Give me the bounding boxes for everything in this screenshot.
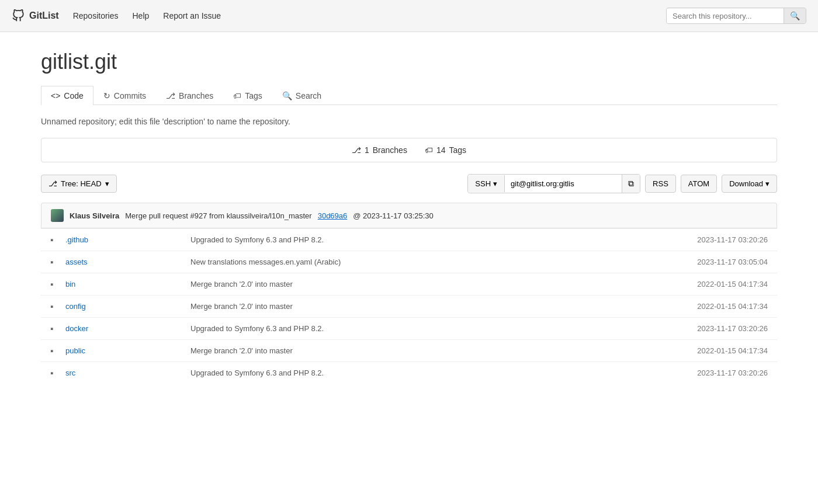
folder-icon: ▪: [50, 324, 62, 333]
file-commit-msg: Merge branch '2.0' into master: [179, 302, 668, 311]
ssh-protocol-button[interactable]: SSH ▾: [468, 175, 505, 192]
tab-branches[interactable]: ⎇ Branches: [156, 86, 223, 105]
branch-count: 1: [365, 145, 369, 155]
tab-commits[interactable]: ↻ Commits: [93, 86, 156, 105]
folder-icon: ▪: [50, 346, 62, 356]
repo-description: Unnamed repository; edit this file 'desc…: [41, 117, 777, 126]
tag-icon: 🏷: [425, 145, 433, 155]
brand-label: GitList: [29, 11, 59, 21]
nav-help[interactable]: Help: [133, 11, 150, 20]
table-row[interactable]: ▪ docker Upgraded to Symfony 6.3 and PHP…: [41, 317, 777, 339]
chevron-down-icon2: ▾: [493, 179, 497, 188]
file-commit-msg: New translations messages.en.yaml (Arabi…: [179, 258, 668, 266]
file-date: 2022-01-15 04:17:34: [668, 302, 768, 311]
repo-title: gitlist.git: [41, 50, 777, 74]
avatar: [51, 209, 64, 222]
commit-author: Klaus Silveira: [70, 211, 119, 220]
file-commit-msg: Upgraded to Symfony 6.3 and PHP 8.2.: [179, 235, 668, 244]
rss-button[interactable]: RSS: [645, 175, 676, 193]
tag-label: Tags: [449, 145, 466, 155]
file-commit-msg: Merge branch '2.0' into master: [179, 346, 668, 355]
file-commit-msg: Merge branch '2.0' into master: [179, 280, 668, 289]
tag-count: 14: [436, 145, 446, 155]
file-date: 2023-11-17 03:05:04: [668, 258, 768, 266]
search-tab-icon: 🔍: [282, 91, 292, 100]
file-date: 2023-11-17 03:20:26: [668, 324, 768, 333]
navbar: GitList Repositories Help Report an Issu…: [0, 0, 818, 32]
ssh-group: SSH ▾ ⧉: [467, 174, 640, 193]
file-name[interactable]: public: [62, 346, 179, 355]
tab-search[interactable]: 🔍 Search: [272, 86, 331, 105]
table-row[interactable]: ▪ assets New translations messages.en.ya…: [41, 251, 777, 273]
branch-tree-icon: ⎇: [48, 179, 57, 188]
nav-report-issue[interactable]: Report an Issue: [163, 11, 221, 20]
toolbar-right: SSH ▾ ⧉ RSS ATOM Download ▾: [467, 174, 777, 193]
copy-url-button[interactable]: ⧉: [622, 175, 640, 193]
file-date: 2022-01-15 04:17:34: [668, 346, 768, 355]
chevron-down-icon: ▾: [105, 179, 109, 188]
table-row[interactable]: ▪ config Merge branch '2.0' into master …: [41, 295, 777, 317]
table-row[interactable]: ▪ public Merge branch '2.0' into master …: [41, 339, 777, 362]
tree-head-button[interactable]: ⎇ Tree: HEAD ▾: [41, 175, 117, 193]
branches-icon: ⎇: [166, 91, 175, 100]
folder-icon: ▪: [50, 235, 62, 245]
branch-tag-bar: ⎇ 1 Branches 🏷 14 Tags: [41, 138, 777, 162]
branch-label: Branches: [373, 145, 407, 155]
search-box: 🔍: [666, 8, 806, 24]
commit-bar: Klaus Silveira Merge pull request #927 f…: [41, 203, 777, 228]
chevron-down-icon3: ▾: [765, 179, 770, 188]
table-row[interactable]: ▪ bin Merge branch '2.0' into master 202…: [41, 273, 777, 295]
commit-message: Merge pull request #927 from klaussilvei…: [125, 211, 311, 220]
table-row[interactable]: ▪ .github Upgraded to Symfony 6.3 and PH…: [41, 228, 777, 251]
file-name[interactable]: bin: [62, 280, 179, 289]
page-content: gitlist.git <> Code ↻ Commits ⎇ Branches…: [18, 32, 800, 401]
file-date: 2023-11-17 03:20:26: [668, 235, 768, 244]
folder-icon: ▪: [50, 257, 62, 267]
file-name[interactable]: .github: [62, 235, 179, 244]
code-icon: <>: [51, 91, 60, 100]
folder-icon: ▪: [50, 279, 62, 289]
nav-repositories[interactable]: Repositories: [73, 11, 119, 20]
tabs: <> Code ↻ Commits ⎇ Branches 🏷 Tags 🔍 Se…: [41, 86, 777, 105]
file-commit-msg: Upgraded to Symfony 6.3 and PHP 8.2.: [179, 369, 668, 377]
file-name[interactable]: assets: [62, 258, 179, 266]
table-row[interactable]: ▪ src Upgraded to Symfony 6.3 and PHP 8.…: [41, 362, 777, 384]
commits-icon: ↻: [103, 91, 110, 100]
toolbar: ⎇ Tree: HEAD ▾ SSH ▾ ⧉ RSS ATOM Download…: [41, 174, 777, 193]
commit-hash[interactable]: 30d69a6: [318, 211, 348, 220]
branch-icon: ⎇: [352, 145, 361, 155]
tag-count-item[interactable]: 🏷 14 Tags: [425, 145, 466, 155]
branch-count-item[interactable]: ⎇ 1 Branches: [352, 145, 407, 155]
clone-url-input[interactable]: [505, 175, 622, 192]
brand-link[interactable]: GitList: [12, 9, 59, 22]
file-name[interactable]: src: [62, 369, 179, 377]
search-input[interactable]: [667, 9, 784, 23]
folder-icon: ▪: [50, 368, 62, 378]
file-name[interactable]: config: [62, 302, 179, 311]
file-list: ▪ .github Upgraded to Symfony 6.3 and PH…: [41, 228, 777, 384]
file-commit-msg: Upgraded to Symfony 6.3 and PHP 8.2.: [179, 324, 668, 333]
atom-button[interactable]: ATOM: [681, 175, 717, 193]
file-date: 2023-11-17 03:20:26: [668, 369, 768, 377]
commit-date: @ 2023-11-17 03:25:30: [353, 211, 434, 220]
tab-code[interactable]: <> Code: [41, 86, 93, 105]
download-button[interactable]: Download ▾: [722, 175, 777, 193]
file-date: 2022-01-15 04:17:34: [668, 280, 768, 289]
tab-tags[interactable]: 🏷 Tags: [223, 86, 272, 105]
search-button[interactable]: 🔍: [784, 8, 806, 23]
tags-icon: 🏷: [233, 91, 241, 100]
file-name[interactable]: docker: [62, 324, 179, 333]
folder-icon: ▪: [50, 301, 62, 311]
